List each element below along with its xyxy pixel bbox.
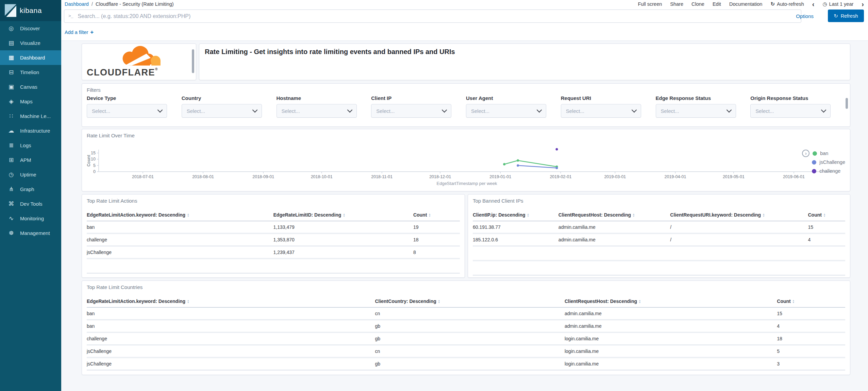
column-header-clientrequesturi-keyword[interactable]: ClientRequestURI.keyword: Descending▴▾ [670, 208, 808, 221]
column-header-count[interactable]: Count▴▾ [413, 208, 460, 221]
country-select[interactable]: Select... [182, 104, 262, 118]
column-header-clientrequesthost[interactable]: ClientRequestHost: Descending▴▾ [558, 208, 670, 221]
column-header-edgeratelimitid[interactable]: EdgeRateLimitID: Descending▴▾ [273, 208, 413, 221]
share-button[interactable]: Share [670, 1, 683, 7]
sidebar-item-label: Machine Le... [20, 113, 51, 119]
client-ip-select[interactable]: Select... [371, 104, 451, 118]
panel-title: Top Banned Client IPs [473, 198, 523, 204]
chevron-down-icon [252, 107, 257, 113]
svg-text:2018-11-01: 2018-11-01 [371, 174, 393, 179]
sidebar-item-logs[interactable]: ≣Logs [0, 138, 61, 153]
table-cell: 1,239,437 [273, 246, 413, 259]
time-range-prev-button[interactable]: ‹ [812, 1, 815, 7]
panel-description: Rate Limiting - Get insights into rate l… [199, 44, 850, 80]
filter-field-request-uri: Request URISelect... [561, 95, 656, 118]
sort-icon: ▴▾ [438, 300, 440, 304]
sort-icon: ▴▾ [187, 213, 189, 217]
search-input[interactable] [77, 13, 797, 20]
sort-icon: ▴▾ [343, 213, 345, 217]
table-cell: 3 [777, 358, 845, 370]
filter-label: User Agent [466, 95, 561, 101]
scrollbar-thumb[interactable] [192, 49, 194, 73]
column-header-edgeratelimitaction-keyword[interactable]: EdgeRateLimitAction.keyword: Descending▴… [87, 208, 273, 221]
sidebar-item-label: Dev Tools [20, 201, 43, 207]
svg-text:EdgeStartTimestamp per week: EdgeStartTimestamp per week [437, 181, 497, 186]
legend-label[interactable]: challenge [819, 168, 840, 174]
breadcrumb-separator: / [91, 1, 93, 7]
chevron-down-icon [157, 107, 163, 113]
refresh-button[interactable]: ↻ Refresh [828, 10, 864, 22]
table-cell: 18 [777, 333, 845, 345]
sidebar-item-label: Graph [20, 186, 34, 192]
table-cell: 60.191.38.77 [473, 221, 558, 234]
auto-refresh-button[interactable]: ↻Auto-refresh [770, 1, 804, 7]
sidebar-item-dev-tools[interactable]: ⌘Dev Tools [0, 197, 61, 211]
legend-color-dot [813, 151, 817, 156]
cloudflare-cloud-icon [108, 45, 170, 68]
edge-response-status-select[interactable]: Select... [656, 104, 736, 118]
panel-title: Top Rate Limit Actions [87, 198, 137, 204]
sidebar-item-label: Uptime [20, 172, 36, 177]
sidebar-item-management[interactable]: ☸Management [0, 226, 61, 240]
breadcrumb-dashboard-link[interactable]: Dashboard [65, 1, 89, 7]
sidebar-item-graph[interactable]: ⋔Graph [0, 182, 61, 197]
column-header-edgeratelimitaction-keyword[interactable]: EdgeRateLimitAction.keyword: Descending▴… [87, 294, 375, 307]
column-header-clientcountry[interactable]: ClientCountry: Descending▴▾ [375, 294, 565, 307]
sidebar-item-monitoring[interactable]: ∿Monitoring [0, 211, 61, 226]
sidebar-item-discover[interactable]: ◎Discover [0, 21, 61, 36]
sidebar-item-machine-le[interactable]: ∷Machine Le... [0, 109, 61, 123]
add-filter-link[interactable]: Add a filter + [65, 24, 94, 40]
table-cell: jsChallenge [87, 358, 375, 370]
hostname-select[interactable]: Select... [277, 104, 357, 118]
svg-text:2019-04-01: 2019-04-01 [665, 174, 686, 179]
time-range-next-button[interactable]: › [862, 1, 864, 7]
table-cell: admin.camilia.me [565, 320, 777, 333]
scrollbar-thumb[interactable] [846, 98, 848, 109]
options-link[interactable]: Options [796, 8, 814, 24]
sidebar-item-canvas[interactable]: ▣Canvas [0, 80, 61, 94]
kibana-logo[interactable]: kibana [0, 0, 61, 21]
device-type-select[interactable]: Select... [87, 104, 167, 118]
legend-toggle-icon[interactable]: › [802, 150, 809, 157]
column-header-clientrequesthost[interactable]: ClientRequestHost: Descending▴▾ [565, 294, 777, 307]
legend-item-jschallenge[interactable]: jsChallenge [802, 158, 845, 167]
column-header-clientip-ip[interactable]: ClientIP.ip: Descending▴▾ [473, 208, 558, 221]
sidebar-item-apm[interactable]: ⊞APM [0, 153, 61, 167]
column-header-count[interactable]: Count▴▾ [777, 294, 845, 307]
sidebar-item-infrastructure[interactable]: ☁Infrastructure [0, 123, 61, 138]
compass-icon: ◎ [7, 26, 15, 31]
user-agent-select[interactable]: Select... [466, 104, 546, 118]
table-cell: gb [375, 358, 565, 370]
canvas-icon: ▣ [7, 84, 15, 90]
filters-grid: Device TypeSelect...CountrySelect...Host… [87, 95, 845, 118]
sidebar-item-maps[interactable]: ◈Maps [0, 94, 61, 109]
table-row: bangbadmin.camilia.me4 [87, 320, 845, 333]
sidebar-item-dashboard[interactable]: ▦Dashboard [0, 50, 61, 65]
request-uri-select[interactable]: Select... [561, 104, 641, 118]
column-header-count[interactable]: Count▴▾ [808, 208, 845, 221]
legend-item-ban[interactable]: ›ban [802, 149, 845, 158]
filter-field-hostname: HostnameSelect... [277, 95, 371, 118]
dashboard-actions: Full screenShareCloneEditDocumentation↻A… [638, 0, 864, 8]
legend-item-challenge[interactable]: challenge [802, 167, 845, 175]
table-cell: 185.122.0.6 [473, 234, 558, 246]
origin-response-status-select[interactable]: Select... [750, 104, 831, 118]
documentation-button[interactable]: Documentation [729, 1, 763, 7]
svg-text:2019-06-01: 2019-06-01 [783, 174, 805, 179]
time-picker[interactable]: ◷Last 1 year [822, 1, 853, 7]
sidebar-item-timelion[interactable]: ⊟Timelion [0, 65, 61, 80]
legend-label[interactable]: ban [820, 151, 828, 156]
table-row: challenge1,353,87018 [87, 234, 460, 246]
graph-icon: ⋔ [7, 186, 15, 192]
clock-icon: ◷ [822, 1, 827, 7]
table-row: jsChallengegblogin.camilia.me3 [87, 358, 845, 370]
panel-top-banned-client-ips: Top Banned Client IPs ClientIP.ip: Desce… [468, 194, 850, 278]
clone-button[interactable]: Clone [691, 1, 704, 7]
svg-text:2018-10-01: 2018-10-01 [311, 174, 333, 179]
edit-button[interactable]: Edit [713, 1, 721, 7]
legend-label[interactable]: jsChallenge [819, 159, 845, 165]
full-screen-button[interactable]: Full screen [638, 1, 662, 7]
sidebar-item-visualize[interactable]: ▤Visualize [0, 36, 61, 50]
sidebar-item-uptime[interactable]: ◷Uptime [0, 167, 61, 182]
sort-icon: ▴▾ [633, 213, 634, 217]
